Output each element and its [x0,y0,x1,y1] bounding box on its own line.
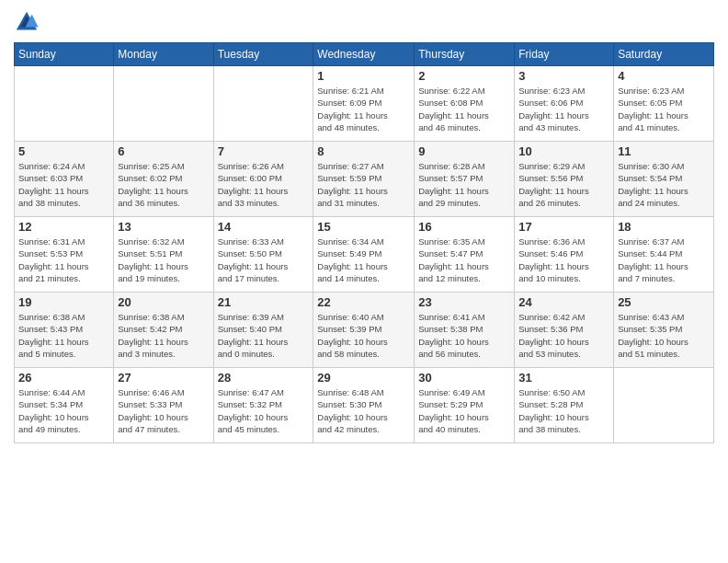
day-info: Sunrise: 6:44 AMSunset: 5:34 PMDaylight:… [18,386,109,435]
day-number: 1 [317,69,410,83]
calendar-cell: 21Sunrise: 6:39 AMSunset: 5:40 PMDayligh… [213,293,313,368]
weekday-header-thursday: Thursday [415,43,515,66]
day-info: Sunrise: 6:46 AMSunset: 5:33 PMDaylight:… [118,386,209,435]
day-number: 30 [418,371,510,385]
day-info: Sunrise: 6:42 AMSunset: 5:36 PMDaylight:… [518,311,609,360]
calendar-cell: 3Sunrise: 6:23 AMSunset: 6:06 PMDaylight… [515,66,614,142]
day-number: 28 [218,371,310,385]
day-info: Sunrise: 6:32 AMSunset: 5:51 PMDaylight:… [118,236,209,284]
day-number: 11 [618,144,710,158]
calendar-week-4: 19Sunrise: 6:38 AMSunset: 5:43 PMDayligh… [15,293,714,368]
weekday-header-wednesday: Wednesday [313,43,415,66]
calendar-cell: 26Sunrise: 6:44 AMSunset: 5:34 PMDayligh… [15,368,114,443]
day-number: 7 [218,144,310,158]
day-info: Sunrise: 6:50 AMSunset: 5:28 PMDaylight:… [518,386,609,435]
header [14,9,714,35]
day-number: 24 [518,295,609,309]
calendar-cell: 24Sunrise: 6:42 AMSunset: 5:36 PMDayligh… [515,293,614,368]
weekday-header-row: SundayMondayTuesdayWednesdayThursdayFrid… [15,43,714,66]
day-number: 14 [218,220,310,234]
calendar-cell: 12Sunrise: 6:31 AMSunset: 5:53 PMDayligh… [15,217,114,293]
day-number: 12 [18,220,109,234]
day-info: Sunrise: 6:30 AMSunset: 5:54 PMDaylight:… [618,160,710,209]
day-number: 6 [118,144,209,158]
page-container: SundayMondayTuesdayWednesdayThursdayFrid… [0,0,728,563]
calendar-cell: 10Sunrise: 6:29 AMSunset: 5:56 PMDayligh… [515,142,614,217]
logo-icon [14,9,40,35]
day-info: Sunrise: 6:33 AMSunset: 5:50 PMDaylight:… [218,236,310,284]
day-info: Sunrise: 6:35 AMSunset: 5:47 PMDaylight:… [418,236,510,284]
day-info: Sunrise: 6:28 AMSunset: 5:57 PMDaylight:… [418,160,510,209]
calendar-cell [614,368,714,443]
day-number: 25 [618,295,710,309]
day-number: 19 [18,295,109,309]
weekday-header-monday: Monday [114,43,213,66]
calendar-cell: 29Sunrise: 6:48 AMSunset: 5:30 PMDayligh… [313,368,415,443]
day-number: 22 [317,295,410,309]
day-info: Sunrise: 6:23 AMSunset: 6:05 PMDaylight:… [618,85,710,133]
day-info: Sunrise: 6:40 AMSunset: 5:39 PMDaylight:… [317,311,410,360]
calendar-cell: 5Sunrise: 6:24 AMSunset: 6:03 PMDaylight… [15,142,114,217]
calendar-week-5: 26Sunrise: 6:44 AMSunset: 5:34 PMDayligh… [15,368,714,443]
day-number: 26 [18,371,109,385]
day-number: 3 [518,69,609,83]
calendar-week-2: 5Sunrise: 6:24 AMSunset: 6:03 PMDaylight… [15,142,714,217]
day-info: Sunrise: 6:37 AMSunset: 5:44 PMDaylight:… [618,236,710,284]
day-number: 17 [518,220,609,234]
calendar-cell: 7Sunrise: 6:26 AMSunset: 6:00 PMDaylight… [213,142,313,217]
calendar-cell: 9Sunrise: 6:28 AMSunset: 5:57 PMDaylight… [415,142,515,217]
weekday-header-sunday: Sunday [15,43,114,66]
calendar-cell: 14Sunrise: 6:33 AMSunset: 5:50 PMDayligh… [213,217,313,293]
weekday-header-friday: Friday [515,43,614,66]
day-number: 5 [18,144,109,158]
day-info: Sunrise: 6:34 AMSunset: 5:49 PMDaylight:… [317,236,410,284]
day-number: 8 [317,144,410,158]
calendar-cell: 15Sunrise: 6:34 AMSunset: 5:49 PMDayligh… [313,217,415,293]
day-info: Sunrise: 6:38 AMSunset: 5:42 PMDaylight:… [118,311,209,360]
day-number: 9 [418,144,510,158]
day-info: Sunrise: 6:47 AMSunset: 5:32 PMDaylight:… [218,386,310,435]
calendar-week-3: 12Sunrise: 6:31 AMSunset: 5:53 PMDayligh… [15,217,714,293]
calendar-cell [114,66,213,142]
day-info: Sunrise: 6:36 AMSunset: 5:46 PMDaylight:… [518,236,609,284]
day-number: 21 [218,295,310,309]
calendar-cell: 8Sunrise: 6:27 AMSunset: 5:59 PMDaylight… [313,142,415,217]
calendar-body: 1Sunrise: 6:21 AMSunset: 6:09 PMDaylight… [15,66,714,443]
calendar-cell: 2Sunrise: 6:22 AMSunset: 6:08 PMDaylight… [415,66,515,142]
day-info: Sunrise: 6:39 AMSunset: 5:40 PMDaylight:… [218,311,310,360]
calendar-cell: 30Sunrise: 6:49 AMSunset: 5:29 PMDayligh… [415,368,515,443]
day-number: 2 [418,69,510,83]
logo [14,9,41,35]
calendar-week-1: 1Sunrise: 6:21 AMSunset: 6:09 PMDaylight… [15,66,714,142]
day-info: Sunrise: 6:49 AMSunset: 5:29 PMDaylight:… [418,386,510,435]
day-number: 4 [618,69,710,83]
day-info: Sunrise: 6:24 AMSunset: 6:03 PMDaylight:… [18,160,109,209]
calendar-cell: 31Sunrise: 6:50 AMSunset: 5:28 PMDayligh… [515,368,614,443]
calendar-cell: 16Sunrise: 6:35 AMSunset: 5:47 PMDayligh… [415,217,515,293]
day-number: 29 [317,371,410,385]
calendar-cell: 25Sunrise: 6:43 AMSunset: 5:35 PMDayligh… [614,293,714,368]
calendar-cell: 19Sunrise: 6:38 AMSunset: 5:43 PMDayligh… [15,293,114,368]
day-info: Sunrise: 6:21 AMSunset: 6:09 PMDaylight:… [317,85,410,133]
day-info: Sunrise: 6:26 AMSunset: 6:00 PMDaylight:… [218,160,310,209]
day-info: Sunrise: 6:22 AMSunset: 6:08 PMDaylight:… [418,85,510,133]
day-number: 16 [418,220,510,234]
day-number: 23 [418,295,510,309]
calendar-cell: 22Sunrise: 6:40 AMSunset: 5:39 PMDayligh… [313,293,415,368]
calendar-cell: 28Sunrise: 6:47 AMSunset: 5:32 PMDayligh… [213,368,313,443]
day-info: Sunrise: 6:38 AMSunset: 5:43 PMDaylight:… [18,311,109,360]
day-number: 13 [118,220,209,234]
day-number: 15 [317,220,410,234]
day-number: 20 [118,295,209,309]
day-number: 27 [118,371,209,385]
calendar-cell: 4Sunrise: 6:23 AMSunset: 6:05 PMDaylight… [614,66,714,142]
day-info: Sunrise: 6:27 AMSunset: 5:59 PMDaylight:… [317,160,410,209]
calendar-cell: 11Sunrise: 6:30 AMSunset: 5:54 PMDayligh… [614,142,714,217]
day-info: Sunrise: 6:31 AMSunset: 5:53 PMDaylight:… [18,236,109,284]
day-number: 31 [518,371,609,385]
calendar-cell: 17Sunrise: 6:36 AMSunset: 5:46 PMDayligh… [515,217,614,293]
day-info: Sunrise: 6:23 AMSunset: 6:06 PMDaylight:… [518,85,609,133]
day-info: Sunrise: 6:29 AMSunset: 5:56 PMDaylight:… [518,160,609,209]
calendar-cell: 23Sunrise: 6:41 AMSunset: 5:38 PMDayligh… [415,293,515,368]
calendar-cell: 18Sunrise: 6:37 AMSunset: 5:44 PMDayligh… [614,217,714,293]
